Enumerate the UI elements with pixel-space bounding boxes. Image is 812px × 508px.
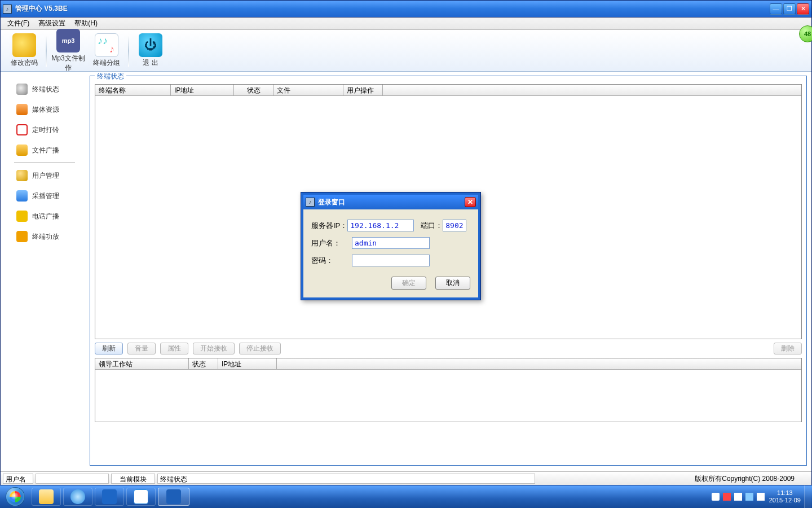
col-ip[interactable]: IP地址 bbox=[171, 85, 234, 95]
terminal-table-header: 终端名称 IP地址 状态 文件 用户操作 bbox=[95, 85, 801, 96]
taskbar-ie-tab[interactable] bbox=[126, 488, 156, 506]
sidebar-item-scheduled-bell[interactable]: 定时打铃 bbox=[1, 120, 89, 140]
sidebar-item-label: 终端状态 bbox=[32, 85, 59, 94]
dialog-body: 服务器IP： 端口： 用户名： 密码： 确定 取消 bbox=[303, 209, 478, 297]
sidebar-item-label: 文件广播 bbox=[32, 146, 59, 155]
port-input[interactable] bbox=[443, 220, 466, 231]
taskbar-current-app[interactable] bbox=[158, 488, 189, 506]
tray-network-icon[interactable] bbox=[745, 493, 753, 501]
username-input[interactable] bbox=[352, 237, 430, 249]
window-titlebar[interactable]: ♪ 管理中心 V5.3BE — ❐ ✕ bbox=[1, 1, 811, 17]
leader-table-body[interactable] bbox=[95, 370, 801, 422]
col-user-op[interactable]: 用户操作 bbox=[343, 85, 383, 95]
windows-taskbar: 11:13 2015-12-09 bbox=[0, 485, 812, 508]
sidebar-item-capture-manage[interactable]: 采播管理 bbox=[1, 186, 89, 206]
window-restore-button[interactable]: ❐ bbox=[783, 3, 796, 15]
toolbar-mp3-make[interactable]: mp3 Mp3文件制作 bbox=[49, 29, 87, 73]
sidebar-item-label: 终端功放 bbox=[32, 232, 59, 242]
statusbar-module-label: 当前模块 bbox=[111, 474, 155, 484]
taskbar-date: 2015-12-09 bbox=[769, 497, 801, 504]
tray-flag-icon[interactable] bbox=[734, 493, 742, 501]
sidebar: 终端状态 媒体资源 定时打铃 文件广播 用户管理 采播管理 电话广播 终端功放 bbox=[1, 72, 89, 471]
volume-button[interactable]: 音量 bbox=[127, 343, 156, 354]
taskbar-ie[interactable] bbox=[63, 488, 92, 506]
sidebar-item-media-resource[interactable]: 媒体资源 bbox=[1, 99, 89, 120]
amp-icon bbox=[16, 231, 28, 242]
statusbar-user-label: 用户名 bbox=[3, 474, 33, 484]
taskbar-explorer[interactable] bbox=[32, 488, 61, 506]
sidebar-item-terminal-status[interactable]: 终端状态 bbox=[1, 79, 89, 99]
tray-volume-icon[interactable] bbox=[757, 493, 765, 501]
sidebar-item-phone-broadcast[interactable]: 电话广播 bbox=[1, 206, 89, 226]
server-ip-input[interactable] bbox=[347, 220, 414, 231]
folder-icon bbox=[39, 489, 54, 504]
app-icon: ♪ bbox=[306, 198, 315, 207]
menubar: 文件(F) 高级设置 帮助(H) bbox=[1, 17, 811, 30]
col-file[interactable]: 文件 bbox=[273, 85, 343, 95]
tray-shield-icon[interactable] bbox=[723, 493, 731, 501]
password-input[interactable] bbox=[352, 255, 430, 266]
exit-icon: ⏻ bbox=[139, 33, 162, 57]
sidebar-item-user-manage[interactable]: 用户管理 bbox=[1, 165, 89, 186]
tray-chevron-icon[interactable] bbox=[712, 493, 720, 501]
toolbar-change-password[interactable]: 修改密码 bbox=[5, 33, 43, 68]
dialog-title: 登录窗口 bbox=[318, 198, 465, 207]
show-desktop-button[interactable] bbox=[804, 485, 811, 508]
speaker-icon bbox=[16, 84, 28, 95]
col-terminal-name[interactable]: 终端名称 bbox=[95, 85, 171, 95]
window-title: 管理中心 V5.3BE bbox=[15, 4, 769, 14]
ie-icon bbox=[70, 489, 85, 504]
app-icon bbox=[166, 489, 181, 504]
toolbar-exit[interactable]: ⏻ 退 出 bbox=[131, 33, 170, 68]
menu-help[interactable]: 帮助(H) bbox=[70, 19, 102, 28]
username-label: 用户名： bbox=[311, 238, 352, 248]
sidebar-item-terminal-amp[interactable]: 终端功放 bbox=[1, 226, 89, 247]
stop-receive-button[interactable]: 停止接收 bbox=[239, 343, 281, 354]
toolbar-mp3-make-label: Mp3文件制作 bbox=[49, 54, 87, 73]
properties-button[interactable]: 属性 bbox=[160, 343, 188, 354]
col-leader-station[interactable]: 领导工作站 bbox=[95, 358, 189, 369]
main-toolbar: 修改密码 mp3 Mp3文件制作 终端分组 ⏻ 退 出 48 bbox=[1, 30, 811, 72]
ok-button[interactable]: 确定 bbox=[391, 277, 426, 290]
bird-icon bbox=[102, 489, 117, 504]
window-close-button[interactable]: ✕ bbox=[797, 3, 809, 15]
statusbar-module-value: 终端状态 bbox=[157, 474, 535, 484]
notification-badge[interactable]: 48 bbox=[799, 25, 812, 42]
user-icon bbox=[16, 170, 28, 181]
toolbar-terminal-group[interactable]: 终端分组 bbox=[87, 33, 126, 68]
toolbar-change-password-label: 修改密码 bbox=[5, 58, 43, 68]
start-button[interactable] bbox=[0, 485, 30, 508]
statusbar-copyright: 版权所有Copyright(C) 2008-2009 bbox=[537, 474, 811, 484]
server-ip-label: 服务器IP： bbox=[311, 221, 347, 231]
system-tray: 11:13 2015-12-09 bbox=[710, 485, 812, 508]
taskbar-time: 11:13 bbox=[769, 489, 801, 497]
dialog-titlebar[interactable]: ♪ 登录窗口 ✕ bbox=[303, 195, 478, 209]
col-leader-status[interactable]: 状态 bbox=[189, 358, 218, 369]
menu-advanced[interactable]: 高级设置 bbox=[34, 19, 70, 28]
statusbar-user-value bbox=[36, 474, 109, 484]
clock-icon bbox=[16, 124, 28, 135]
phone-icon bbox=[16, 211, 28, 222]
col-leader-ip[interactable]: IP地址 bbox=[218, 358, 277, 369]
taskbar-clock[interactable]: 11:13 2015-12-09 bbox=[769, 489, 802, 504]
sidebar-item-label: 采播管理 bbox=[32, 191, 59, 201]
dialog-close-button[interactable]: ✕ bbox=[465, 197, 476, 207]
port-label: 端口： bbox=[421, 221, 443, 231]
separator bbox=[128, 35, 129, 67]
cancel-button[interactable]: 取消 bbox=[435, 277, 470, 290]
sidebar-item-label: 定时打铃 bbox=[32, 125, 59, 135]
menu-file[interactable]: 文件(F) bbox=[3, 19, 34, 28]
media-icon bbox=[16, 104, 28, 115]
delete-button[interactable]: 删除 bbox=[774, 343, 802, 354]
separator bbox=[46, 35, 47, 67]
sidebar-item-label: 媒体资源 bbox=[32, 105, 59, 115]
leader-table-header: 领导工作站 状态 IP地址 bbox=[95, 358, 801, 370]
toolbar-terminal-group-label: 终端分组 bbox=[87, 58, 126, 68]
sidebar-item-file-broadcast[interactable]: 文件广播 bbox=[1, 140, 89, 160]
taskbar-bird-app[interactable] bbox=[95, 488, 124, 506]
key-icon bbox=[12, 33, 36, 57]
window-minimize-button[interactable]: — bbox=[770, 3, 782, 15]
col-status[interactable]: 状态 bbox=[234, 85, 273, 95]
refresh-button[interactable]: 刷新 bbox=[95, 343, 123, 354]
start-receive-button[interactable]: 开始接收 bbox=[193, 343, 235, 354]
